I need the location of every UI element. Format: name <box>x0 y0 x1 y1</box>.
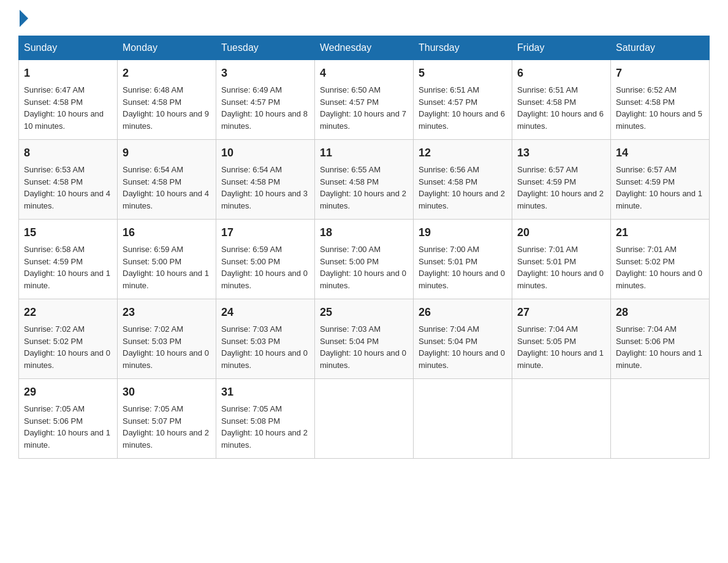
calendar-cell <box>315 379 414 459</box>
sunset-text: Sunset: 4:58 PM <box>616 98 675 107</box>
day-number: 5 <box>419 65 507 82</box>
sunrise-text: Sunrise: 6:59 AM <box>123 245 183 254</box>
day-number: 16 <box>123 224 211 241</box>
day-number: 9 <box>123 145 211 161</box>
calendar-cell: 27Sunrise: 7:04 AMSunset: 5:05 PMDayligh… <box>512 299 611 379</box>
calendar-cell: 22Sunrise: 7:02 AMSunset: 5:02 PMDayligh… <box>19 299 118 379</box>
daylight-text: Daylight: 10 hours and 0 minutes. <box>221 269 308 290</box>
daylight-text: Daylight: 10 hours and 0 minutes. <box>517 269 604 290</box>
sunrise-text: Sunrise: 6:50 AM <box>320 85 381 94</box>
daylight-text: Daylight: 10 hours and 7 minutes. <box>320 109 406 131</box>
sunset-text: Sunset: 5:03 PM <box>123 337 181 346</box>
day-number: 13 <box>517 145 605 161</box>
calendar-week-3: 15Sunrise: 6:58 AMSunset: 4:59 PMDayligh… <box>19 220 710 299</box>
sunset-text: Sunset: 5:04 PM <box>320 337 379 346</box>
calendar-week-2: 8Sunrise: 6:53 AMSunset: 4:58 PMDaylight… <box>19 140 710 220</box>
daylight-text: Daylight: 10 hours and 1 minute. <box>123 269 209 290</box>
day-number: 17 <box>221 224 309 241</box>
day-number: 10 <box>221 145 309 161</box>
calendar-cell: 1Sunrise: 6:47 AMSunset: 4:58 PMDaylight… <box>19 60 118 140</box>
daylight-text: Daylight: 10 hours and 9 minutes. <box>123 109 209 131</box>
calendar-cell: 9Sunrise: 6:54 AMSunset: 4:58 PMDaylight… <box>118 140 216 220</box>
day-number: 24 <box>221 304 309 321</box>
calendar-cell: 12Sunrise: 6:56 AMSunset: 4:58 PMDayligh… <box>414 140 512 220</box>
day-number: 28 <box>616 304 704 321</box>
calendar-week-1: 1Sunrise: 6:47 AMSunset: 4:58 PMDaylight… <box>19 60 710 140</box>
header-tuesday: Tuesday <box>216 36 315 60</box>
sunrise-text: Sunrise: 7:01 AM <box>517 245 578 254</box>
calendar-cell: 16Sunrise: 6:59 AMSunset: 5:00 PMDayligh… <box>118 220 216 299</box>
calendar-cell: 28Sunrise: 7:04 AMSunset: 5:06 PMDayligh… <box>611 299 710 379</box>
sunrise-text: Sunrise: 7:04 AM <box>517 324 578 334</box>
daylight-text: Daylight: 10 hours and 2 minutes. <box>221 428 308 450</box>
daylight-text: Daylight: 10 hours and 0 minutes. <box>419 269 505 290</box>
sunrise-text: Sunrise: 6:48 AM <box>123 85 183 94</box>
sunset-text: Sunset: 5:01 PM <box>517 257 576 266</box>
sunrise-text: Sunrise: 7:04 AM <box>419 324 479 334</box>
calendar-cell <box>512 379 611 459</box>
sunset-text: Sunset: 4:57 PM <box>320 98 379 107</box>
daylight-text: Daylight: 10 hours and 0 minutes. <box>419 348 505 370</box>
day-number: 19 <box>419 224 507 241</box>
sunrise-text: Sunrise: 7:01 AM <box>616 245 677 254</box>
sunset-text: Sunset: 4:59 PM <box>517 177 576 186</box>
daylight-text: Daylight: 10 hours and 6 minutes. <box>419 109 505 131</box>
sunset-text: Sunset: 4:59 PM <box>616 177 675 186</box>
calendar-cell: 5Sunrise: 6:51 AMSunset: 4:57 PMDaylight… <box>414 60 512 140</box>
calendar-cell: 21Sunrise: 7:01 AMSunset: 5:02 PMDayligh… <box>611 220 710 299</box>
day-number: 29 <box>24 384 112 400</box>
sunset-text: Sunset: 5:00 PM <box>320 257 379 266</box>
calendar-cell: 18Sunrise: 7:00 AMSunset: 5:00 PMDayligh… <box>315 220 414 299</box>
day-number: 12 <box>419 145 507 161</box>
sunset-text: Sunset: 4:58 PM <box>123 177 181 186</box>
day-number: 25 <box>320 304 408 321</box>
sunrise-text: Sunrise: 6:57 AM <box>616 165 677 174</box>
sunset-text: Sunset: 4:58 PM <box>221 177 280 186</box>
daylight-text: Daylight: 10 hours and 1 minute. <box>24 428 110 450</box>
sunrise-text: Sunrise: 7:00 AM <box>320 245 381 254</box>
day-number: 21 <box>616 224 704 241</box>
day-number: 2 <box>123 65 211 82</box>
header-sunday: Sunday <box>19 36 118 60</box>
daylight-text: Daylight: 10 hours and 0 minutes. <box>320 348 406 370</box>
day-number: 18 <box>320 224 408 241</box>
sunset-text: Sunset: 4:58 PM <box>517 98 576 107</box>
sunrise-text: Sunrise: 6:53 AM <box>24 165 85 174</box>
sunrise-text: Sunrise: 6:57 AM <box>517 165 578 174</box>
sunset-text: Sunset: 5:00 PM <box>221 257 280 266</box>
daylight-text: Daylight: 10 hours and 0 minutes. <box>616 269 702 290</box>
calendar-cell: 10Sunrise: 6:54 AMSunset: 4:58 PMDayligh… <box>216 140 315 220</box>
header-friday: Friday <box>512 36 611 60</box>
daylight-text: Daylight: 10 hours and 2 minutes. <box>320 189 406 210</box>
daylight-text: Daylight: 10 hours and 3 minutes. <box>221 189 308 210</box>
sunset-text: Sunset: 4:58 PM <box>24 98 83 107</box>
day-number: 15 <box>24 224 112 241</box>
calendar-header-row: SundayMondayTuesdayWednesdayThursdayFrid… <box>19 36 710 60</box>
sunrise-text: Sunrise: 6:47 AM <box>24 85 85 94</box>
daylight-text: Daylight: 10 hours and 2 minutes. <box>419 189 505 210</box>
sunset-text: Sunset: 4:59 PM <box>24 257 83 266</box>
daylight-text: Daylight: 10 hours and 8 minutes. <box>221 109 308 131</box>
daylight-text: Daylight: 10 hours and 4 minutes. <box>123 189 209 210</box>
daylight-text: Daylight: 10 hours and 0 minutes. <box>221 348 308 370</box>
daylight-text: Daylight: 10 hours and 0 minutes. <box>24 348 110 370</box>
header-wednesday: Wednesday <box>315 36 414 60</box>
sunrise-text: Sunrise: 7:02 AM <box>123 324 183 334</box>
day-number: 31 <box>221 384 309 400</box>
sunrise-text: Sunrise: 6:51 AM <box>517 85 578 94</box>
calendar-cell: 2Sunrise: 6:48 AMSunset: 4:58 PMDaylight… <box>118 60 216 140</box>
calendar-cell: 25Sunrise: 7:03 AMSunset: 5:04 PMDayligh… <box>315 299 414 379</box>
daylight-text: Daylight: 10 hours and 5 minutes. <box>616 109 702 131</box>
logo <box>18 12 28 23</box>
calendar-cell <box>611 379 710 459</box>
sunrise-text: Sunrise: 6:54 AM <box>221 165 282 174</box>
sunrise-text: Sunrise: 6:54 AM <box>123 165 183 174</box>
sunset-text: Sunset: 5:03 PM <box>221 337 280 346</box>
day-number: 23 <box>123 304 211 321</box>
daylight-text: Daylight: 10 hours and 0 minutes. <box>320 269 406 290</box>
daylight-text: Daylight: 10 hours and 10 minutes. <box>24 109 104 131</box>
sunrise-text: Sunrise: 6:51 AM <box>419 85 479 94</box>
sunrise-text: Sunrise: 7:02 AM <box>24 324 85 334</box>
calendar-cell: 4Sunrise: 6:50 AMSunset: 4:57 PMDaylight… <box>315 60 414 140</box>
sunset-text: Sunset: 5:05 PM <box>517 337 576 346</box>
